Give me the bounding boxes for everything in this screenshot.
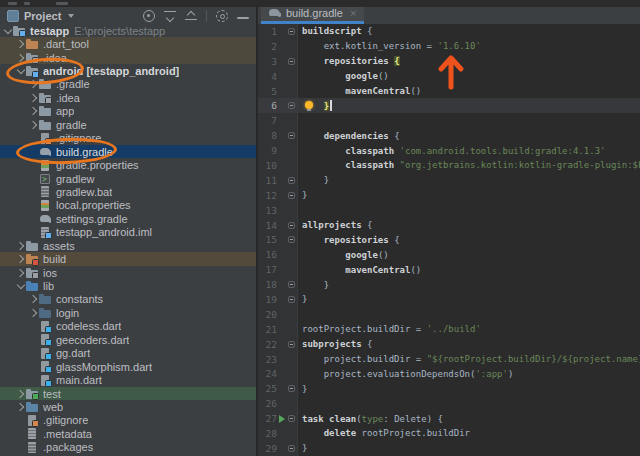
tree-item-build-gradle[interactable]: build.gradle <box>0 145 256 158</box>
code-line-14[interactable]: 14allprojects { <box>258 218 640 233</box>
fold-start-icon[interactable] <box>288 132 295 139</box>
code-line-15[interactable]: 15 repositories { <box>258 232 640 247</box>
code-line-25[interactable]: 25} <box>258 381 640 396</box>
tree-toggle[interactable] <box>15 284 26 288</box>
code-line-19[interactable]: 19} <box>258 292 640 307</box>
close-tab-icon[interactable]: × <box>350 7 356 19</box>
fold-start-icon[interactable] <box>288 415 295 422</box>
fold-end-icon[interactable] <box>288 192 295 199</box>
tree-item-ios[interactable]: ios <box>0 266 256 279</box>
tree-toggle[interactable] <box>28 81 39 87</box>
tree-item-testapp-android-iml[interactable]: testapp_android.iml <box>0 226 256 239</box>
tree-toggle[interactable] <box>15 55 26 61</box>
fold-start-icon[interactable] <box>288 341 295 348</box>
tree-item-gg-dart[interactable]: gg.dart <box>0 347 256 360</box>
run-task-icon[interactable] <box>279 415 285 423</box>
tree-toggle[interactable] <box>28 122 39 128</box>
code-line-11[interactable]: 11 } <box>258 173 640 188</box>
chevron-right-icon[interactable] <box>28 309 36 317</box>
chevron-right-icon[interactable] <box>15 255 23 263</box>
tree-item-lib[interactable]: lib <box>0 279 256 292</box>
project-panel-title[interactable]: Project <box>24 10 61 22</box>
fold-end-icon[interactable] <box>288 177 295 184</box>
tree-item-testapp[interactable]: testappE:\projects\testapp <box>0 24 256 37</box>
tree-toggle[interactable] <box>15 404 26 410</box>
fold-end-icon[interactable] <box>288 102 295 109</box>
tree-item-dart-tool[interactable]: .dart_tool <box>0 37 256 50</box>
chevron-down-icon[interactable] <box>16 66 24 74</box>
code-line-7[interactable]: 7 <box>258 113 640 128</box>
chevron-right-icon[interactable] <box>28 80 36 88</box>
code-line-6[interactable]: 6 } <box>258 98 640 113</box>
code-line-21[interactable]: 21rootProject.buildDir = '../build' <box>258 322 640 337</box>
chevron-right-icon[interactable] <box>28 295 36 303</box>
tree-toggle[interactable] <box>15 243 26 249</box>
tree-item-geecoders-dart[interactable]: geecoders.dart <box>0 333 256 346</box>
code-line-10[interactable]: 10 classpath "org.jetbrains.kotlin:kotli… <box>258 158 640 173</box>
tree-item-gradlew[interactable]: gradlew <box>0 172 256 185</box>
code-editor[interactable]: 1buildscript {2 ext.kotlin_version = '1.… <box>258 24 640 456</box>
chevron-right-icon[interactable] <box>15 53 23 61</box>
code-line-12[interactable]: 12} <box>258 188 640 203</box>
chevron-right-icon[interactable] <box>28 107 36 115</box>
tree-item-build[interactable]: build <box>0 252 256 265</box>
fold-end-icon[interactable] <box>288 445 295 452</box>
tree-item-codeless-dart[interactable]: codeless.dart <box>0 320 256 333</box>
code-line-20[interactable]: 20 <box>258 307 640 322</box>
chevron-right-icon[interactable] <box>15 389 23 397</box>
chevron-down-icon[interactable] <box>3 25 11 33</box>
tree-item-gitignore-android[interactable]: .gitignore <box>0 132 256 145</box>
code-line-16[interactable]: 16 google() <box>258 247 640 262</box>
code-line-29[interactable]: 29} <box>258 441 640 456</box>
code-line-24[interactable]: 24 project.evaluationDependsOn(':app') <box>258 366 640 381</box>
collapse-all-icon[interactable] <box>185 10 197 22</box>
code-line-4[interactable]: 4 google() <box>258 69 640 84</box>
tab-build-gradle[interactable]: build.gradle × <box>261 4 364 24</box>
tree-toggle[interactable] <box>15 41 26 47</box>
tree-item-android[interactable]: android [testapp_android] <box>0 64 256 77</box>
tree-item-test[interactable]: test <box>0 387 256 400</box>
tree-item-glassmorphism-dart[interactable]: glassMorphism.dart <box>0 360 256 373</box>
fold-start-icon[interactable] <box>288 236 295 243</box>
tree-item-gradle-dir[interactable]: .gradle <box>0 78 256 91</box>
chevron-right-icon[interactable] <box>15 40 23 48</box>
tree-item-settings-gradle[interactable]: settings.gradle <box>0 212 256 225</box>
code-line-17[interactable]: 17 mavenCentral() <box>258 262 640 277</box>
tree-item-idea-top[interactable]: .idea <box>0 51 256 64</box>
tree-toggle[interactable] <box>15 270 26 276</box>
code-line-3[interactable]: 3 repositories { <box>258 54 640 69</box>
settings-icon[interactable] <box>216 10 228 22</box>
code-line-18[interactable]: 18 } <box>258 277 640 292</box>
fold-end-icon[interactable] <box>288 385 295 392</box>
tree-item-app[interactable]: app <box>0 105 256 118</box>
tree-item-metadata[interactable]: .metadata <box>0 427 256 440</box>
code-line-26[interactable]: 26 <box>258 396 640 411</box>
fold-start-icon[interactable] <box>288 222 295 229</box>
code-line-5[interactable]: 5 mavenCentral() <box>258 84 640 99</box>
tree-toggle[interactable] <box>15 69 26 73</box>
tree-item-constants[interactable]: constants <box>0 293 256 306</box>
tree-item-packages[interactable]: .packages <box>0 441 256 454</box>
tree-toggle[interactable] <box>15 256 26 262</box>
tree-item-gradle-properties[interactable]: gradle.properties <box>0 158 256 171</box>
tree-toggle[interactable] <box>28 296 39 302</box>
chevron-right-icon[interactable] <box>15 403 23 411</box>
code-line-13[interactable]: 13 <box>258 203 640 218</box>
project-tree[interactable]: testappE:\projects\testapp.dart_tool.ide… <box>0 24 256 456</box>
tree-toggle[interactable] <box>15 391 26 397</box>
tree-toggle[interactable] <box>28 95 39 101</box>
fold-end-icon[interactable] <box>288 296 295 303</box>
fold-end-icon[interactable] <box>288 281 295 288</box>
tree-item-web[interactable]: web <box>0 400 256 413</box>
fold-start-icon[interactable] <box>288 58 295 65</box>
chevron-right-icon[interactable] <box>28 94 36 102</box>
tree-item-idea-android[interactable]: .idea <box>0 91 256 104</box>
code-line-23[interactable]: 23 project.buildDir = "${rootProject.bui… <box>258 352 640 367</box>
chevron-down-icon[interactable] <box>16 281 24 289</box>
tree-toggle[interactable] <box>2 29 13 33</box>
tree-toggle[interactable] <box>28 310 39 316</box>
chevron-right-icon[interactable] <box>15 241 23 249</box>
hide-panel-icon[interactable] <box>237 17 249 19</box>
chevron-right-icon[interactable] <box>15 268 23 276</box>
fold-start-icon[interactable] <box>288 28 295 35</box>
